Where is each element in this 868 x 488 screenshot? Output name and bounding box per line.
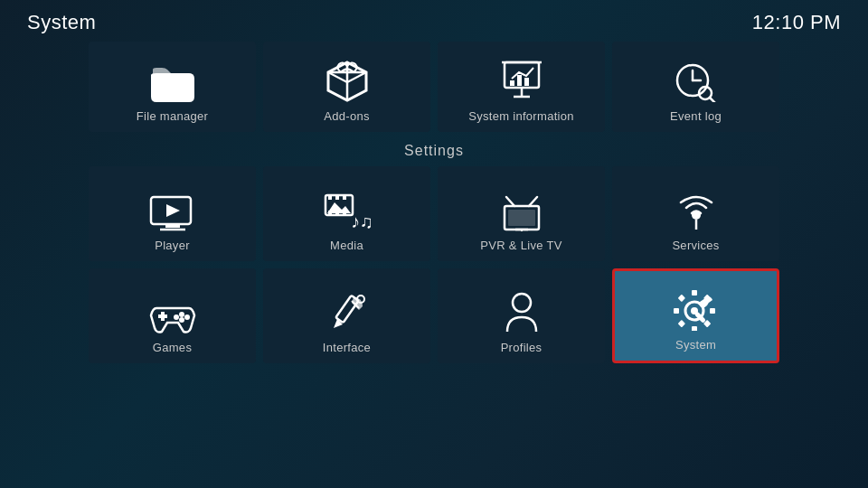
svg-rect-9 bbox=[510, 80, 514, 86]
svg-point-41 bbox=[184, 314, 190, 320]
svg-point-40 bbox=[179, 312, 184, 317]
svg-rect-39 bbox=[161, 312, 165, 321]
tile-pvr-live-tv[interactable]: PVR & Live TV bbox=[438, 166, 605, 261]
svg-rect-22 bbox=[328, 195, 332, 200]
tile-services-label: Services bbox=[672, 239, 719, 252]
interface-icon bbox=[326, 294, 368, 333]
player-icon bbox=[149, 195, 196, 231]
settings-section-label: Settings bbox=[0, 143, 868, 159]
tile-services[interactable]: Services bbox=[612, 166, 779, 261]
tile-games-label: Games bbox=[153, 341, 192, 354]
media-icon: ♪♫ bbox=[324, 193, 371, 231]
svg-rect-57 bbox=[674, 308, 679, 314]
svg-rect-10 bbox=[517, 75, 522, 86]
tile-interface-label: Interface bbox=[323, 341, 371, 354]
svg-line-16 bbox=[710, 98, 716, 102]
tile-interface[interactable]: Interface bbox=[263, 268, 430, 363]
tile-system-information-label: System information bbox=[468, 109, 574, 123]
person-icon bbox=[504, 292, 540, 333]
page-title: System bbox=[27, 11, 96, 34]
wifi-broadcast-icon bbox=[675, 190, 717, 231]
svg-marker-28 bbox=[327, 202, 351, 213]
svg-rect-51 bbox=[692, 290, 697, 296]
tile-system-label: System bbox=[675, 338, 716, 352]
settings-row-1: Player ♪♫ Media bbox=[0, 166, 868, 261]
svg-rect-24 bbox=[343, 195, 346, 200]
header: System 12:10 PM bbox=[0, 0, 868, 42]
tile-player-label: Player bbox=[155, 239, 190, 252]
tile-media-label: Media bbox=[330, 239, 363, 252]
tile-add-ons-label: Add-ons bbox=[324, 109, 370, 123]
gear-settings-icon bbox=[673, 289, 720, 331]
settings-row-2: Games Interface bbox=[0, 268, 868, 363]
svg-line-4 bbox=[347, 72, 366, 82]
svg-point-48 bbox=[513, 294, 531, 312]
tile-games[interactable]: Games bbox=[89, 268, 256, 363]
tile-file-manager[interactable]: File manager bbox=[89, 42, 256, 132]
tile-add-ons[interactable]: Add-ons bbox=[263, 42, 430, 132]
tile-system[interactable]: System bbox=[612, 268, 779, 363]
folder-icon bbox=[149, 62, 196, 102]
svg-rect-55 bbox=[692, 326, 697, 331]
tile-profiles-label: Profiles bbox=[501, 341, 542, 354]
box-icon bbox=[326, 61, 368, 102]
svg-point-43 bbox=[174, 314, 179, 320]
tile-media[interactable]: ♪♫ Media bbox=[263, 166, 430, 261]
gamepad-icon bbox=[149, 297, 196, 333]
svg-text:♪♫: ♪♫ bbox=[351, 211, 371, 231]
svg-rect-33 bbox=[508, 210, 535, 226]
svg-rect-23 bbox=[335, 195, 339, 200]
tile-event-log-label: Event log bbox=[670, 109, 722, 123]
tile-profiles[interactable]: Profiles bbox=[438, 268, 605, 363]
top-tiles-row: File manager Add-ons bbox=[0, 42, 868, 132]
tile-event-log[interactable]: Event log bbox=[612, 42, 779, 132]
svg-line-3 bbox=[328, 72, 347, 82]
clock-search-icon bbox=[675, 62, 718, 102]
svg-rect-11 bbox=[524, 78, 529, 86]
clock: 12:10 PM bbox=[752, 11, 841, 34]
svg-point-42 bbox=[179, 317, 184, 323]
svg-rect-18 bbox=[165, 224, 180, 228]
svg-line-31 bbox=[506, 197, 514, 206]
svg-marker-20 bbox=[166, 204, 180, 217]
svg-rect-53 bbox=[710, 308, 715, 314]
presentation-icon bbox=[501, 61, 542, 102]
tv-antenna-icon bbox=[499, 195, 544, 231]
tile-player[interactable]: Player bbox=[89, 166, 256, 261]
svg-line-32 bbox=[529, 197, 537, 206]
tile-file-manager-label: File manager bbox=[137, 109, 208, 123]
tile-pvr-live-tv-label: PVR & Live TV bbox=[480, 239, 561, 252]
tile-system-information[interactable]: System information bbox=[438, 42, 605, 132]
